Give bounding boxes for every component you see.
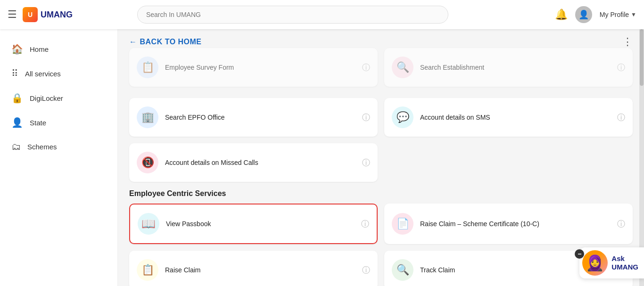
home-icon: 🏠 bbox=[11, 43, 23, 55]
logo-icon: U bbox=[23, 7, 38, 22]
service-card-account-sms[interactable]: 💬 Account details on SMS ⓘ bbox=[384, 98, 633, 137]
service-card-account-missed[interactable]: 📵 Account details on Missed Calls ⓘ bbox=[129, 143, 378, 182]
employee-survey-label: Employee Survey Form bbox=[165, 64, 355, 71]
raise-claim-cert-label: Raise Claim – Scheme Certificate (10-C) bbox=[420, 220, 611, 228]
sidebar-item-label: DigiLocker bbox=[30, 94, 63, 102]
general-services-grid: 📋 Employee Survey Form ⓘ 🔍 Search Establ… bbox=[129, 53, 633, 182]
scrollbar-thumb[interactable] bbox=[640, 29, 644, 86]
passbook-icon: 📖 bbox=[141, 217, 156, 230]
sidebar-item-label: Schemes bbox=[27, 143, 57, 151]
employee-centric-title: Employee Centric Services bbox=[129, 189, 633, 198]
view-passbook-icon-wrap: 📖 bbox=[138, 213, 159, 235]
account-missed-icon-wrap: 📵 bbox=[137, 152, 158, 173]
back-label: BACK TO HOME bbox=[140, 38, 202, 46]
employee-survey-icon-wrap: 📋 bbox=[137, 57, 158, 78]
schemes-icon: 🗂 bbox=[11, 141, 21, 152]
sidebar-item-label: Home bbox=[30, 45, 49, 53]
digilocker-icon: 🔒 bbox=[11, 92, 23, 104]
service-card-search-establishment[interactable]: 🔍 Search Establishment ⓘ bbox=[384, 48, 633, 87]
logo-text: UMANG bbox=[41, 10, 73, 20]
sidebar-item-state[interactable]: 👤 State bbox=[0, 110, 117, 135]
search-epfo-label: Search EPFO Office bbox=[165, 114, 355, 121]
sidebar-item-digilocker[interactable]: 🔒 DigiLocker bbox=[0, 86, 117, 110]
sidebar-item-all-services[interactable]: ⠿ All services bbox=[0, 61, 117, 86]
ask-umang-label: Ask UMANG bbox=[611, 254, 638, 271]
service-card-raise-claim[interactable]: 📋 Raise Claim ⓘ bbox=[129, 251, 378, 286]
hamburger-menu[interactable]: ☰ bbox=[8, 8, 17, 21]
info-icon[interactable]: ⓘ bbox=[362, 265, 370, 276]
state-icon: 👤 bbox=[11, 117, 23, 128]
raise-claim-icon-wrap: 📋 bbox=[137, 259, 158, 281]
raise-claim-cert-icon: 📄 bbox=[396, 218, 409, 230]
grid-icon: ⠿ bbox=[11, 68, 18, 79]
ask-label-line2: UMANG bbox=[611, 263, 638, 271]
track-claim-icon: 🔍 bbox=[396, 264, 409, 276]
employee-survey-icon: 📋 bbox=[141, 61, 154, 74]
search-establishment-icon-wrap: 🔍 bbox=[392, 57, 413, 78]
logo[interactable]: U UMANG bbox=[23, 7, 73, 22]
view-passbook-label: View Passbook bbox=[166, 220, 355, 228]
sidebar-item-label: State bbox=[30, 119, 46, 127]
sidebar: 🏠 Home ⠿ All services 🔒 DigiLocker 👤 Sta… bbox=[0, 29, 118, 286]
chevron-down-icon: ▼ bbox=[631, 11, 636, 18]
info-icon[interactable]: ⓘ bbox=[617, 219, 625, 229]
account-sms-label: Account details on SMS bbox=[420, 114, 611, 121]
raise-claim-label: Raise Claim bbox=[165, 266, 355, 274]
profile-text: My Profile bbox=[600, 11, 629, 18]
search-epfo-icon-wrap: 🏢 bbox=[137, 106, 158, 128]
missed-call-icon: 📵 bbox=[141, 156, 154, 169]
search-establishment-label: Search Establishment bbox=[420, 64, 611, 71]
search-epfo-icon: 🏢 bbox=[141, 111, 154, 123]
employee-centric-grid: 📖 View Passbook ⓘ 📄 Raise Claim – Scheme… bbox=[129, 204, 633, 286]
avatar[interactable]: 👤 bbox=[575, 6, 592, 23]
topnav: ☰ U UMANG 🔔 👤 My Profile ▼ bbox=[0, 0, 644, 29]
info-icon[interactable]: ⓘ bbox=[362, 62, 370, 73]
back-to-home-link[interactable]: ← BACK TO HOME bbox=[129, 38, 202, 46]
sidebar-item-label: All services bbox=[25, 70, 61, 78]
sidebar-item-schemes[interactable]: 🗂 Schemes bbox=[0, 135, 117, 159]
ask-umang-avatar: 🧕 bbox=[582, 250, 608, 276]
search-bar-container bbox=[137, 6, 448, 24]
search-establishment-icon: 🔍 bbox=[396, 61, 409, 74]
account-sms-icon-wrap: 💬 bbox=[392, 106, 413, 128]
profile-label[interactable]: My Profile ▼ bbox=[600, 11, 636, 18]
ask-label-line1: Ask bbox=[611, 254, 625, 262]
account-missed-label: Account details on Missed Calls bbox=[165, 159, 355, 166]
service-card-search-epfo[interactable]: 🏢 Search EPFO Office ⓘ bbox=[129, 98, 378, 137]
more-options-icon[interactable]: ⋮ bbox=[622, 36, 633, 48]
service-card-raise-claim-cert[interactable]: 📄 Raise Claim – Scheme Certificate (10-C… bbox=[384, 204, 633, 244]
notification-bell-icon[interactable]: 🔔 bbox=[555, 8, 568, 21]
sidebar-item-home[interactable]: 🏠 Home bbox=[0, 37, 117, 61]
track-claim-icon-wrap: 🔍 bbox=[392, 259, 413, 281]
account-sms-icon: 💬 bbox=[396, 111, 409, 123]
service-card-view-passbook[interactable]: 📖 View Passbook ⓘ bbox=[129, 204, 378, 244]
service-card-employee-survey[interactable]: 📋 Employee Survey Form ⓘ bbox=[129, 48, 378, 87]
info-icon[interactable]: ⓘ bbox=[362, 157, 370, 168]
ask-umang-widget[interactable]: − 🧕 Ask UMANG bbox=[579, 247, 644, 278]
minimize-icon[interactable]: − bbox=[575, 249, 584, 259]
back-arrow-icon: ← bbox=[129, 38, 137, 46]
main-content: ← BACK TO HOME ⋮ 📋 Employee Survey Form … bbox=[118, 29, 644, 286]
info-icon[interactable]: ⓘ bbox=[361, 219, 369, 229]
nav-right: 🔔 👤 My Profile ▼ bbox=[555, 6, 636, 23]
raise-claim-cert-icon-wrap: 📄 bbox=[392, 213, 413, 235]
raise-claim-icon: 📋 bbox=[141, 264, 154, 276]
info-icon[interactable]: ⓘ bbox=[362, 112, 370, 123]
search-input[interactable] bbox=[137, 6, 448, 24]
info-icon[interactable]: ⓘ bbox=[617, 112, 625, 123]
info-icon[interactable]: ⓘ bbox=[617, 62, 625, 73]
